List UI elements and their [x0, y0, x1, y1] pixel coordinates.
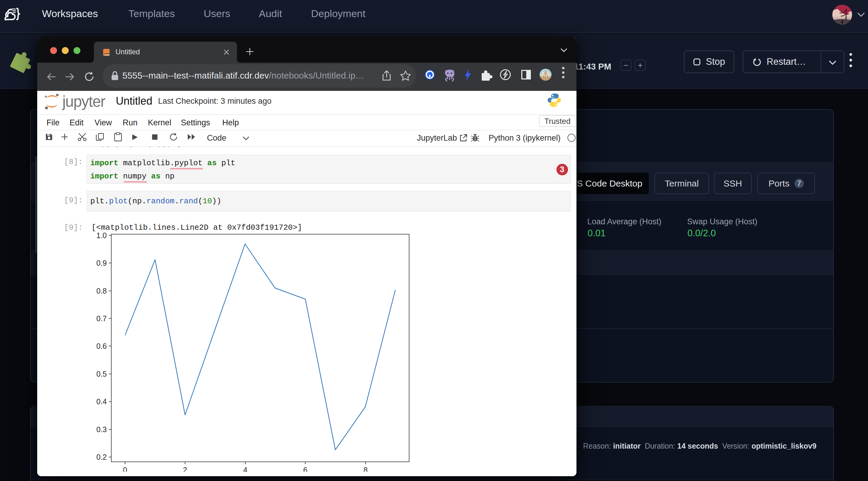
- svg-text:0.7: 0.7: [96, 314, 107, 323]
- svg-text:0.9: 0.9: [96, 259, 107, 267]
- svg-text:1.0: 1.0: [96, 231, 107, 239]
- svg-text:4: 4: [243, 466, 247, 472]
- svg-text:0: 0: [123, 466, 127, 472]
- svg-text:0.6: 0.6: [96, 342, 107, 350]
- svg-text:2: 2: [183, 466, 187, 472]
- svg-text:0.2: 0.2: [96, 453, 107, 461]
- svg-text:0.5: 0.5: [96, 370, 107, 378]
- svg-text:8: 8: [364, 466, 368, 472]
- svg-text:0.3: 0.3: [96, 425, 107, 434]
- svg-text:6: 6: [303, 466, 307, 472]
- svg-text:0.4: 0.4: [96, 397, 107, 406]
- svg-text:0.8: 0.8: [96, 287, 107, 295]
